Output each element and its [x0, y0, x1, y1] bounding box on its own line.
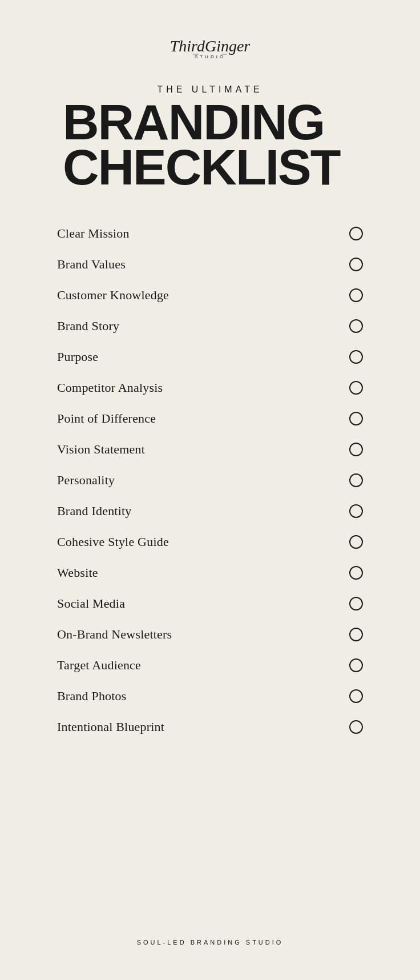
checklist-circle[interactable]: [349, 689, 363, 703]
checklist-circle[interactable]: [349, 443, 363, 456]
checklist-label: Customer Knowledge: [57, 288, 169, 303]
checklist-item[interactable]: On-Brand Newsletters: [57, 619, 363, 650]
checklist-item[interactable]: Vision Statement: [57, 434, 363, 465]
checklist-item[interactable]: Competitor Analysis: [57, 372, 363, 403]
logo-area: ThirdGinger STUDIO: [164, 34, 256, 62]
checklist-item[interactable]: Brand Values: [57, 249, 363, 280]
checklist-label: Brand Values: [57, 257, 126, 272]
checklist-circle[interactable]: [349, 227, 363, 240]
checklist-circle[interactable]: [349, 535, 363, 549]
checklist-circle[interactable]: [349, 628, 363, 641]
checklist-circle[interactable]: [349, 720, 363, 734]
logo-svg: ThirdGinger STUDIO: [164, 34, 256, 62]
checklist-label: Personality: [57, 473, 115, 488]
checklist-label: Competitor Analysis: [57, 380, 163, 395]
checklist-circle[interactable]: [349, 288, 363, 302]
checklist-label: Social Media: [57, 596, 125, 611]
main-title: BRANDING CHECKLIST: [57, 99, 363, 190]
checklist-item[interactable]: Target Audience: [57, 650, 363, 681]
checklist-label: Intentional Blueprint: [57, 720, 164, 734]
checklist-label: Cohesive Style Guide: [57, 535, 169, 549]
checklist-item[interactable]: Personality: [57, 465, 363, 496]
checklist-circle[interactable]: [349, 381, 363, 395]
header-section: THE ULTIMATE BRANDING CHECKLIST: [0, 85, 420, 190]
checklist-circle[interactable]: [349, 473, 363, 487]
checklist-item[interactable]: Social Media: [57, 588, 363, 619]
footer-text: SOUL-LED BRANDING STUDIO: [137, 939, 284, 946]
svg-text:ThirdGinger: ThirdGinger: [170, 37, 251, 55]
title-line2: CHECKLIST: [63, 144, 363, 190]
checklist-label: Point of Difference: [57, 411, 156, 426]
checklist-label: On-Brand Newsletters: [57, 627, 172, 642]
checklist-item[interactable]: Purpose: [57, 342, 363, 372]
svg-text:STUDIO: STUDIO: [195, 54, 225, 59]
checklist-label: Brand Identity: [57, 504, 132, 519]
checklist-label: Brand Story: [57, 319, 119, 334]
footer-section: SOUL-LED BRANDING STUDIO: [137, 905, 284, 946]
checklist-circle[interactable]: [349, 597, 363, 611]
checklist-circle[interactable]: [349, 412, 363, 425]
checklist-item[interactable]: Brand Story: [57, 311, 363, 342]
checklist-circle[interactable]: [349, 319, 363, 333]
checklist-item[interactable]: Customer Knowledge: [57, 280, 363, 311]
title-line1: BRANDING: [63, 99, 363, 144]
checklist-label: Clear Mission: [57, 226, 130, 241]
page-wrapper: ThirdGinger STUDIO THE ULTIMATE BRANDING…: [0, 0, 420, 980]
checklist-label: Brand Photos: [57, 689, 127, 704]
checklist-label: Website: [57, 565, 98, 580]
checklist-circle[interactable]: [349, 658, 363, 672]
checklist-item[interactable]: Brand Photos: [57, 681, 363, 712]
checklist-item[interactable]: Point of Difference: [57, 403, 363, 434]
checklist-label: Vision Statement: [57, 442, 145, 457]
checklist-item[interactable]: Cohesive Style Guide: [57, 527, 363, 557]
checklist-label: Target Audience: [57, 658, 141, 673]
checklist-circle[interactable]: [349, 350, 363, 364]
checklist-circle[interactable]: [349, 566, 363, 580]
checklist-label: Purpose: [57, 350, 98, 364]
checklist-item[interactable]: Brand Identity: [57, 496, 363, 527]
checklist-section: Clear MissionBrand ValuesCustomer Knowle…: [0, 218, 420, 742]
checklist-item[interactable]: Website: [57, 557, 363, 588]
checklist-circle[interactable]: [349, 258, 363, 271]
checklist-circle[interactable]: [349, 504, 363, 518]
checklist-item[interactable]: Clear Mission: [57, 218, 363, 249]
checklist-item[interactable]: Intentional Blueprint: [57, 712, 363, 742]
